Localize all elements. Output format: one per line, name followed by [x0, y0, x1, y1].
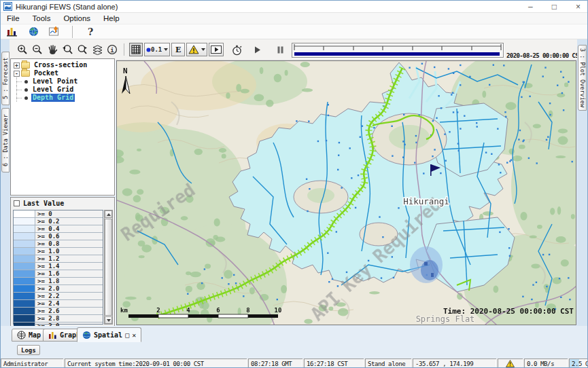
- layers-icon[interactable]: [90, 43, 104, 56]
- legend-row[interactable]: >= 0.6: [14, 233, 103, 240]
- scroll-down-button[interactable]: [105, 316, 112, 324]
- tree-node-label[interactable]: Cross-section: [33, 61, 88, 69]
- legend-row[interactable]: >= 1.4: [14, 263, 103, 270]
- tree-node-depth-grid[interactable]: Depth Grid: [14, 94, 114, 102]
- zoom-out-icon[interactable]: [31, 43, 44, 56]
- status-system-time: Current system time:2020-09-01 00:00 CST: [65, 358, 247, 368]
- legend-label: >= 0.8: [35, 240, 103, 247]
- legend-row[interactable]: >= 2.6: [14, 308, 103, 315]
- logs-button[interactable]: Logs: [17, 345, 40, 355]
- bullet-icon: [24, 80, 28, 84]
- legend-label: >= 1.2: [35, 255, 103, 262]
- status-warning-icon[interactable]: [498, 358, 523, 368]
- legend-row[interactable]: >= 1.0: [14, 248, 103, 255]
- zoom-next-icon[interactable]: [75, 43, 89, 56]
- tab-map[interactable]: Map: [12, 329, 46, 342]
- help-icon[interactable]: ?: [84, 25, 97, 39]
- application-window: Hikurangi FEWS (Stand alone) – □ × File …: [0, 0, 588, 368]
- legend-label: >= 2.4: [35, 300, 103, 307]
- tree-connector: [14, 86, 23, 94]
- menu-help[interactable]: Help: [103, 14, 120, 22]
- maximize-button[interactable]: □: [552, 1, 557, 13]
- legend-label: >= 1.0: [35, 248, 103, 255]
- expand-icon[interactable]: +: [14, 62, 20, 69]
- tree-connector: [14, 94, 23, 102]
- top-toolbar: ?: [1, 24, 587, 39]
- menu-options[interactable]: Options: [63, 14, 90, 22]
- tree-node-label[interactable]: Level Point: [31, 77, 79, 86]
- tree-node-pocket[interactable]: - Pocket: [14, 69, 114, 77]
- tree-node-level-grid[interactable]: Level Grid: [14, 86, 114, 94]
- scroll-up-button[interactable]: [105, 210, 112, 218]
- play-button[interactable]: [251, 43, 264, 56]
- legend-label: >= 1.4: [35, 263, 103, 270]
- timer-icon[interactable]: [230, 43, 243, 56]
- legend-row[interactable]: >= 1.6: [14, 270, 103, 278]
- tree-node-label-selected[interactable]: Depth Grid: [31, 94, 75, 102]
- legend-panel: Last Value >= 0>= 0.2>= 0.4>= 0.6>= 0.8>…: [10, 197, 115, 327]
- svg-text:6: 6: [216, 307, 220, 314]
- menu-tools[interactable]: Tools: [33, 14, 51, 22]
- legend-label: >= 2.0: [35, 285, 103, 292]
- legend-color-swatch: [14, 263, 35, 270]
- info-icon[interactable]: i: [105, 43, 119, 56]
- tab-close-icon[interactable]: ✕: [132, 331, 136, 339]
- pan-hand-icon[interactable]: [46, 43, 59, 56]
- tab-data-viewer[interactable]: 6 : Data Viewer: [1, 108, 10, 172]
- title-bar[interactable]: Hikurangi FEWS (Stand alone) – □ ×: [1, 1, 587, 13]
- tree-node-level-point[interactable]: Level Point: [14, 77, 114, 86]
- tree-node-label[interactable]: Level Grid: [31, 86, 75, 94]
- tab-forecast[interactable]: 5 : Forecast: [1, 52, 10, 105]
- database-results-icon[interactable]: [5, 25, 19, 39]
- animation-button[interactable]: [209, 43, 224, 56]
- folder-icon: [21, 70, 30, 77]
- zoom-previous-icon[interactable]: [60, 43, 74, 56]
- legend-row[interactable]: >= 0.4: [14, 225, 103, 233]
- timeline-datetime: 2020-08-25 00:00:00 CST: [506, 52, 587, 59]
- map-globe-icon[interactable]: [27, 25, 40, 39]
- legend-color-swatch: [14, 315, 35, 322]
- legend-color-swatch: [14, 248, 35, 255]
- tree-node-cross-section[interactable]: + Cross-section: [14, 61, 114, 69]
- legend-color-swatch: [14, 293, 35, 299]
- tab-maximize-icon[interactable]: □: [125, 331, 129, 339]
- scrollbar-thumb[interactable]: [105, 219, 112, 316]
- menu-file[interactable]: File: [7, 14, 20, 22]
- legend-row[interactable]: >= 0.8: [14, 240, 103, 248]
- legend-label: >= 0.4: [35, 225, 103, 232]
- zoom-in-icon[interactable]: [16, 43, 29, 56]
- pause-button[interactable]: [273, 43, 287, 56]
- tree-node-label[interactable]: Pocket: [33, 69, 60, 77]
- legend-label: >= 2.6: [35, 308, 103, 314]
- legend-label: >= 0: [35, 210, 103, 217]
- thresholds-dropdown[interactable]: [186, 43, 207, 56]
- legend-color-swatch: [14, 300, 35, 307]
- legend-row[interactable]: >= 1.2: [14, 255, 103, 263]
- timeseries-dialog-icon[interactable]: [48, 25, 61, 39]
- legend-color-swatch: [14, 255, 35, 262]
- tab-spatial[interactable]: Spatial □ ✕: [77, 327, 141, 342]
- class-breaks-dropdown[interactable]: 0.1: [144, 43, 170, 56]
- legend-row[interactable]: >= 0.2: [14, 218, 103, 225]
- close-button[interactable]: ×: [576, 1, 581, 13]
- legend-row[interactable]: >= 2.4: [14, 300, 103, 308]
- svg-text:8: 8: [246, 307, 249, 314]
- scale-bar-button[interactable]: E: [171, 43, 185, 56]
- scale-bar-label: E: [175, 45, 181, 54]
- status-bar: Administrator Current system time:2020-0…: [1, 358, 587, 368]
- minimize-button[interactable]: –: [528, 1, 533, 13]
- legend-row[interactable]: >= 2.2: [14, 293, 103, 300]
- legend-row[interactable]: >= 2.8: [14, 315, 103, 323]
- spatial-map-view[interactable]: API Key Required API Key Required Hikura…: [116, 60, 576, 325]
- legend-row[interactable]: >= 0: [14, 210, 103, 218]
- last-value-checkbox[interactable]: [14, 200, 20, 206]
- grid-display-button[interactable]: [129, 43, 143, 56]
- tab-plot-overview[interactable]: 3 : Plot Overview: [578, 45, 587, 111]
- legend-row[interactable]: >= 1.8: [14, 278, 103, 285]
- collapse-icon[interactable]: -: [14, 71, 20, 77]
- legend-scrollbar[interactable]: [104, 210, 113, 325]
- legend-row[interactable]: >= 2.0: [14, 285, 103, 293]
- timeline-slider[interactable]: [292, 43, 504, 58]
- bullet-icon: [24, 88, 28, 92]
- status-memory: 2.5 GB: [569, 358, 587, 368]
